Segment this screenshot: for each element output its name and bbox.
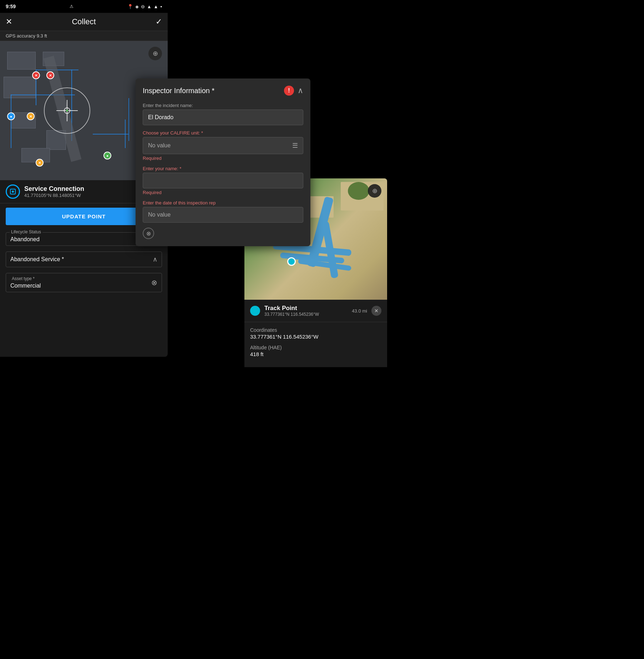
track-header-coords: 33.777361°N 116.545236°W (264, 312, 348, 317)
track-name: Track Point (264, 305, 348, 312)
map-marker-orange[interactable]: ✕ (27, 112, 35, 120)
map-marker-red[interactable]: ✕ (32, 71, 40, 79)
asset-type-field: Asset type * Commercial ⊗ (6, 273, 162, 292)
incident-label: Enter the incident name: (143, 103, 303, 108)
track-close-button[interactable]: ✕ (371, 306, 381, 316)
map-marker-blue[interactable]: ● (7, 112, 15, 120)
name-required: Required (143, 190, 303, 195)
form-close-area: ⊗ (143, 228, 303, 239)
utility-line (93, 134, 128, 135)
location-icon: 📍 (127, 4, 133, 9)
altitude-row: Altitude (HAE) 418 ft (250, 345, 381, 357)
inspector-collapse-icon[interactable]: ∧ (298, 86, 303, 95)
track-point-header: Track Point 33.777361°N 116.545236°W 43.… (244, 300, 387, 322)
battery-icon: ▪ (160, 4, 162, 9)
asset-field-inner: Asset type * Commercial (10, 276, 151, 289)
map-crosshair (56, 100, 78, 121)
track-info: Track Point 33.777361°N 116.545236°W (264, 305, 348, 317)
close-icon[interactable]: ✕ (6, 17, 12, 26)
date-field: Enter the date of this inspection rep No… (143, 200, 303, 223)
status-icons: 📍 ◈ ⊖ ▲ ▲ ▪ (127, 4, 162, 9)
collapse-chevron-icon[interactable]: ∧ (153, 255, 157, 263)
sat-green2 (348, 182, 369, 200)
menu-icon: ☰ (292, 142, 298, 149)
error-badge: ! (284, 86, 294, 96)
track-details: Coordinates 33.777361°N 116.545236°W Alt… (244, 322, 387, 367)
check-icon[interactable]: ✓ (156, 17, 162, 26)
asset-label: Asset type * (10, 276, 151, 281)
status-bar: 9:59 ⚠ 📍 ◈ ⊖ ▲ ▲ ▪ (0, 0, 168, 13)
coordinates-label: Coordinates (250, 327, 381, 333)
calfire-input[interactable]: No value ☰ (143, 137, 303, 154)
lifecycle-label: Lifecycle Status (10, 229, 42, 234)
abandoned-section-title: Abandoned Service * (10, 256, 64, 263)
track-distance: 43.0 mi (352, 308, 367, 314)
status-time: 9:59 (6, 4, 16, 9)
calfire-placeholder: No value (148, 142, 171, 149)
service-icon (6, 184, 20, 199)
vibrate-icon: ◈ (135, 4, 139, 9)
wifi-icon: ▲ (154, 4, 158, 9)
map-marker-red2[interactable]: ✕ (46, 71, 54, 79)
inspector-icons: ! ∧ (284, 86, 303, 96)
altitude-label: Altitude (HAE) (250, 345, 381, 350)
dnd-icon: ⊖ (141, 4, 145, 9)
inspector-name-field: Enter your name: * Required (143, 166, 303, 195)
coordinates-value: 33.777361°N 116.545236°W (250, 334, 381, 340)
incident-name-field: Enter the incident name: El Dorado (143, 103, 303, 125)
gps-bar: GPS accuracy 9.3 ft (0, 31, 168, 41)
svg-point-5 (12, 191, 14, 193)
track-marker (287, 257, 296, 266)
asset-clear-icon[interactable]: ⊗ (151, 278, 157, 287)
inspector-header: Inspector Information * ! ∧ (143, 86, 303, 96)
inspector-form-panel: Inspector Information * ! ∧ Enter the in… (136, 78, 310, 246)
name-label: Enter your name: * (143, 166, 303, 171)
service-coords: 41.770105°N 88.148051°W (24, 193, 84, 198)
map-marker-orange2[interactable]: ✕ (36, 159, 44, 167)
svg-point-3 (66, 110, 68, 112)
utility-line (128, 98, 129, 141)
collect-title: Collect (72, 17, 96, 26)
map-building (21, 148, 50, 162)
collect-header: ✕ Collect ✓ (0, 13, 168, 31)
alert-icon: ⚠ (70, 4, 73, 9)
calfire-required: Required (143, 156, 303, 161)
inspector-title: Inspector Information * (143, 87, 214, 95)
altitude-value: 418 ft (250, 351, 381, 357)
name-input[interactable] (143, 173, 303, 188)
utility-line (11, 95, 11, 148)
form-dismiss-button[interactable]: ⊗ (143, 228, 154, 239)
calfire-label: Choose your CALFIRE unit: * (143, 130, 303, 136)
incident-input[interactable]: El Dorado (143, 110, 303, 125)
map-building (7, 52, 36, 70)
date-label: Enter the date of this inspection rep (143, 200, 303, 206)
asset-value: Commercial (10, 282, 151, 289)
abandoned-service-section[interactable]: Abandoned Service * ∧ (6, 252, 162, 267)
date-input[interactable]: No value (143, 207, 303, 223)
sat-gps-button[interactable]: ⊕ (368, 184, 381, 198)
map-marker-green[interactable]: ● (103, 152, 111, 159)
track-point-icon (250, 306, 260, 316)
signal-icon: ▲ (147, 4, 152, 9)
calfire-unit-field: Choose your CALFIRE unit: * No value ☰ R… (143, 130, 303, 161)
service-name: Service Connection (24, 185, 84, 193)
gps-accuracy-text: GPS accuracy 9.3 ft (6, 33, 47, 39)
service-text: Service Connection 41.770105°N 88.148051… (24, 185, 84, 198)
coordinates-row: Coordinates 33.777361°N 116.545236°W (250, 327, 381, 340)
gps-target-button[interactable]: ⊕ (148, 47, 162, 60)
